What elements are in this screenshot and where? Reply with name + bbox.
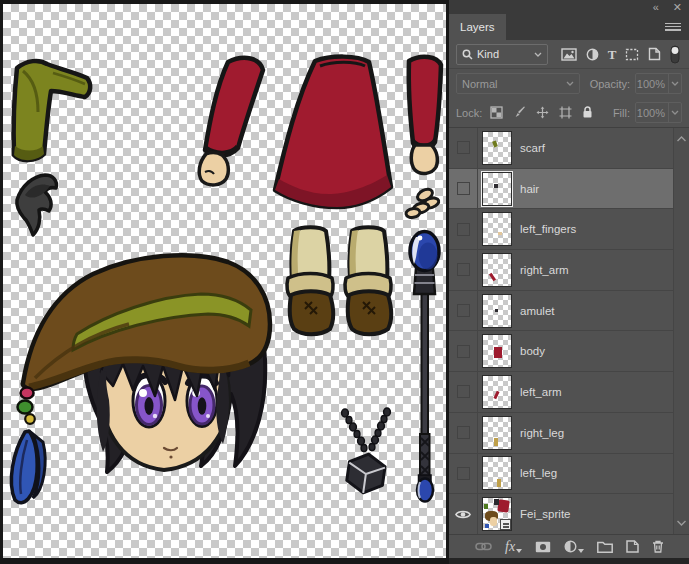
filter-shape-layers-icon[interactable] xyxy=(625,48,639,61)
lock-artboard-icon[interactable] xyxy=(559,106,572,119)
layer-thumbnail[interactable] xyxy=(482,497,512,531)
delete-layer-trash-icon[interactable] xyxy=(652,540,664,553)
eye-box-empty xyxy=(457,345,470,358)
chevron-down-icon xyxy=(566,81,574,86)
layer-name: Fei_sprite xyxy=(520,508,571,520)
eye-icon xyxy=(455,509,471,520)
layers-scrollbar[interactable] xyxy=(673,128,689,534)
eye-box-empty xyxy=(457,263,470,276)
layer-name: scarf xyxy=(520,142,545,154)
layer-row[interactable]: scarf xyxy=(449,128,673,169)
opacity-value: 100% xyxy=(636,78,668,90)
layer-row[interactable]: Fei_sprite xyxy=(449,494,673,534)
layer-thumbnail[interactable] xyxy=(482,456,512,490)
visibility-toggle[interactable] xyxy=(449,494,478,534)
eye-box-empty xyxy=(457,304,470,317)
collapse-panel-icon[interactable]: « xyxy=(653,1,659,13)
layer-row[interactable]: right_leg xyxy=(449,413,673,454)
left-leg-art xyxy=(345,227,391,334)
fx-label: fx xyxy=(505,540,515,553)
layer-row[interactable]: left_leg xyxy=(449,454,673,495)
filter-kind-dropdown[interactable]: Kind xyxy=(456,44,548,65)
visibility-toggle[interactable] xyxy=(449,128,478,168)
filter-type-layers-icon[interactable]: T xyxy=(608,48,617,61)
lock-image-brush-icon[interactable] xyxy=(513,106,526,119)
visibility-toggle[interactable] xyxy=(449,331,478,371)
panel-tab-bar: Layers xyxy=(449,14,689,40)
fill-label: Fill: xyxy=(613,107,630,119)
layer-row[interactable]: right_arm xyxy=(449,250,673,291)
visibility-toggle[interactable] xyxy=(449,413,478,453)
layer-thumbnail[interactable] xyxy=(482,294,512,328)
scroll-down-icon[interactable] xyxy=(676,516,687,528)
eye-box-empty xyxy=(457,385,470,398)
new-layer-icon[interactable] xyxy=(626,540,639,553)
visibility-toggle[interactable] xyxy=(449,169,478,209)
add-layer-mask-icon[interactable] xyxy=(535,541,551,553)
layer-row[interactable]: body xyxy=(449,331,673,372)
layer-thumbnail[interactable] xyxy=(482,131,512,165)
sprite-artwork xyxy=(3,4,446,558)
body-art xyxy=(275,57,391,207)
layer-name: hair xyxy=(520,183,539,195)
layer-thumbnail[interactable] xyxy=(482,416,512,450)
visibility-toggle[interactable] xyxy=(449,372,478,412)
staff-art xyxy=(410,232,439,502)
layer-thumbnail[interactable] xyxy=(482,253,512,287)
eye-box-empty xyxy=(457,223,470,236)
close-panel-icon[interactable]: ✕ xyxy=(673,1,682,13)
new-group-folder-icon[interactable] xyxy=(597,541,613,553)
chevron-down-icon xyxy=(668,74,681,93)
hair-tuft-art xyxy=(17,175,57,235)
scarf-art xyxy=(14,61,91,160)
visibility-toggle[interactable] xyxy=(449,454,478,494)
lock-row: Lock: Fill: 100% xyxy=(449,98,689,128)
layer-row[interactable]: left_fingers xyxy=(449,209,673,250)
layer-name: right_leg xyxy=(520,427,564,439)
fill-field[interactable]: 100% xyxy=(635,102,682,123)
layer-thumbnail[interactable] xyxy=(482,172,512,206)
filter-kind-label: Kind xyxy=(477,48,499,60)
opacity-field[interactable]: 100% xyxy=(635,73,682,94)
lock-position-move-icon[interactable] xyxy=(536,106,549,119)
fill-value: 100% xyxy=(636,107,668,119)
filter-smart-objects-icon[interactable] xyxy=(648,47,661,61)
eye-box-empty xyxy=(457,426,470,439)
filter-pixel-layers-icon[interactable] xyxy=(561,48,577,61)
visibility-toggle[interactable] xyxy=(449,250,478,290)
filter-toggle-switch[interactable] xyxy=(670,45,680,64)
layer-thumbnail[interactable] xyxy=(482,212,512,246)
panel-menu-icon[interactable] xyxy=(665,23,681,32)
blend-mode-row: Normal Opacity: 100% xyxy=(449,69,689,98)
lock-all-icon[interactable] xyxy=(582,106,593,119)
layer-thumbnail[interactable] xyxy=(482,375,512,409)
layer-row[interactable]: hair xyxy=(449,169,673,210)
layer-row[interactable]: left_arm xyxy=(449,372,673,413)
scroll-up-icon[interactable] xyxy=(676,132,687,144)
filter-adjustment-layers-icon[interactable] xyxy=(586,48,599,61)
link-layers-icon[interactable] xyxy=(475,542,492,551)
layer-thumbnail[interactable] xyxy=(482,334,512,368)
fei-head-art xyxy=(11,255,270,502)
lock-transparency-icon[interactable] xyxy=(490,106,503,119)
layer-name: left_arm xyxy=(520,386,562,398)
tab-layers[interactable]: Layers xyxy=(449,14,506,40)
layers-panel: « ✕ Layers Kind T xyxy=(449,0,689,564)
fei-feather xyxy=(11,431,45,503)
right-arm-art xyxy=(409,57,441,174)
panel-bottom-strip xyxy=(449,558,689,564)
blend-mode-value: Normal xyxy=(462,78,497,90)
lock-label: Lock: xyxy=(456,107,482,119)
layer-name: right_arm xyxy=(520,264,569,276)
visibility-toggle[interactable] xyxy=(449,209,478,249)
layer-name: left_fingers xyxy=(520,223,576,235)
layer-style-fx-icon[interactable]: fx xyxy=(505,540,522,553)
visibility-toggle[interactable] xyxy=(449,291,478,331)
layer-row[interactable]: amulet xyxy=(449,291,673,332)
blend-mode-dropdown[interactable]: Normal xyxy=(456,73,580,94)
layers-list-wrap: scarf hair left_fingers right_arm amulet… xyxy=(449,128,689,534)
document-canvas[interactable] xyxy=(3,4,446,558)
panel-group-header: « ✕ xyxy=(449,0,689,14)
new-adjustment-layer-icon[interactable] xyxy=(564,540,584,553)
layer-name: body xyxy=(520,345,545,357)
